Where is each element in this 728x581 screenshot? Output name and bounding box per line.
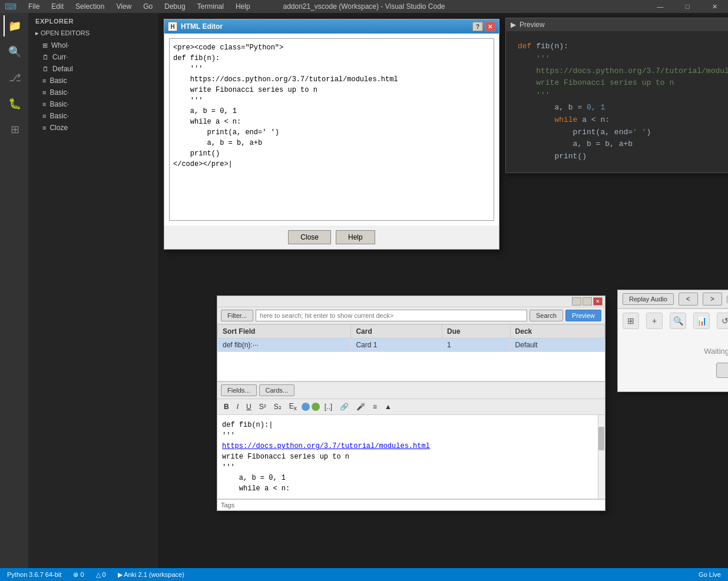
menu-bar: ⌨ File Edit Selection View Go Debug Term… [0, 0, 728, 13]
cards-button[interactable]: Cards... [259, 384, 295, 396]
code-line-12: </code></pre>| [173, 159, 490, 170]
collapse-btn[interactable]: ▲ [382, 401, 395, 412]
sidebar-item-basic2[interactable]: ≡ Basic· [28, 87, 158, 98]
preview-code: def fib(n): ''' https://docs.python.org/… [518, 41, 728, 163]
explorer-icon[interactable]: 📁 [4, 15, 25, 36]
resume-now-btn[interactable]: Resume Now [716, 363, 728, 378]
scrollbar-thumb[interactable] [598, 427, 604, 450]
italic-btn[interactable]: I [234, 401, 241, 412]
add-card-btn[interactable]: + [646, 313, 663, 329]
maximize-btn[interactable]: □ [674, 0, 701, 13]
preview-content: def fib(n): ''' https://docs.python.org/… [506, 31, 728, 172]
sidebar-label-cloze: Cloze [49, 124, 68, 132]
sidebar-icon-basic3: ≡ [42, 101, 46, 108]
close-btn[interactable]: ✕ [701, 0, 728, 13]
sidebar: EXPLORER ▸ OPEN EDITORS ⊞ Whol· 🗒 Curr· … [28, 13, 158, 568]
vertical-scrollbar[interactable] [598, 415, 605, 499]
html-editor-code-area[interactable]: <pre><code class="Python"> def fib(n): '… [169, 38, 494, 221]
code-line-6: ''' [173, 95, 490, 106]
anki-minimize-btn[interactable]: — [572, 297, 581, 306]
html-editor-titlebar[interactable]: H HTML Editor ? ✕ [164, 19, 499, 34]
fields-button[interactable]: Fields... [221, 384, 257, 396]
color-circle-green[interactable] [312, 403, 320, 411]
sidebar-item-basic3[interactable]: ≡ Basic· [28, 98, 158, 110]
filter-button[interactable]: Filter... [221, 310, 253, 321]
stats-btn[interactable]: 📊 [693, 313, 710, 329]
refresh-btn[interactable]: ↺ [717, 313, 728, 329]
code-line-11: print() [173, 148, 490, 159]
col-deck[interactable]: Deck [510, 325, 604, 338]
cell-deck: Default [510, 338, 604, 352]
col-due[interactable]: Due [442, 325, 510, 338]
html-editor-close-ctrl[interactable]: ✕ [485, 22, 495, 31]
menu-view[interactable]: View [114, 1, 134, 12]
anki-status[interactable]: ▶ Anki 2.1 (workspace) [115, 571, 187, 579]
sidebar-label-basic3: Basic· [49, 100, 69, 108]
grid-view-btn[interactable]: ⊞ [623, 313, 639, 329]
link-btn[interactable]: 🔗 [337, 401, 352, 412]
underline-btn[interactable]: U [243, 401, 254, 412]
preview-print2: print() [518, 152, 587, 161]
preview-func-name: fib [536, 42, 550, 51]
minimize-btn[interactable]: — [647, 0, 674, 13]
sidebar-item-default[interactable]: 🗒 Defaul [28, 63, 158, 75]
preview-while-cond: a < n: [582, 115, 610, 124]
tags-input[interactable] [238, 502, 601, 509]
format-btn[interactable]: ≡ [370, 401, 380, 412]
preview-title-area: ▶ Preview [511, 21, 545, 29]
git-icon[interactable]: ⎇ [4, 67, 25, 88]
html-editor-help-ctrl[interactable]: ? [472, 22, 483, 31]
anki-close-btn[interactable]: ✕ [593, 297, 603, 306]
menu-selection[interactable]: Selection [73, 1, 107, 12]
preview-button[interactable]: Preview [565, 310, 601, 321]
search-reviewer-btn[interactable]: 🔍 [670, 313, 686, 329]
bold-btn[interactable]: B [221, 401, 232, 412]
anki-maximize-btn[interactable]: □ [583, 297, 592, 306]
next-card-btn[interactable]: > [703, 293, 722, 306]
menu-file[interactable]: File [26, 1, 42, 12]
anki-browser-window: — □ ✕ Filter... Search Preview Sort Fiel… [217, 296, 605, 511]
errors-status[interactable]: ⊗ 0 [71, 571, 86, 579]
sidebar-item-curr[interactable]: 🗒 Curr· [28, 51, 158, 63]
menu-debug[interactable]: Debug [162, 1, 187, 12]
html-editor-close-btn[interactable]: Close [288, 230, 331, 244]
sidebar-title: EXPLORER [28, 13, 158, 27]
debug-icon[interactable]: 🐛 [4, 93, 25, 114]
preview-def-kw: def [518, 42, 536, 51]
search-activity-icon[interactable]: 🔍 [4, 41, 25, 62]
sidebar-label-basic4: Basic· [49, 112, 69, 120]
preview-titlebar[interactable]: ▶ Preview — □ ✕ [506, 18, 728, 31]
open-editors-section[interactable]: ▸ OPEN EDITORS [28, 27, 158, 39]
warnings-status[interactable]: △ 0 [94, 571, 108, 579]
code-line-3: ''' [173, 64, 490, 74]
card-table: Sort Field Card Due Deck def fib(n):··· … [217, 324, 605, 352]
menu-terminal[interactable]: Terminal [195, 1, 226, 12]
search-button[interactable]: Search [530, 310, 563, 321]
card-editor-area[interactable]: def fib(n):| ''' https://docs.python.org… [217, 415, 605, 499]
col-sort-field[interactable]: Sort Field [218, 325, 351, 338]
sidebar-item-cloze[interactable]: ≡ Cloze [28, 122, 158, 134]
go-live-status[interactable]: Go Live [696, 571, 723, 578]
prev-card-btn[interactable]: < [679, 293, 698, 306]
anki-browser-titlebar[interactable]: — □ ✕ [217, 296, 605, 307]
html-editor-help-btn[interactable]: Help [336, 230, 375, 244]
python-version-status[interactable]: Python 3.6.7 64-bit [5, 571, 64, 578]
search-input[interactable] [256, 310, 527, 321]
menu-go[interactable]: Go [141, 1, 155, 12]
col-card[interactable]: Card [351, 325, 442, 338]
html-editor-body: <pre><code class="Python"> def fib(n): '… [164, 34, 499, 225]
sidebar-item-basic4[interactable]: ≡ Basic· [28, 110, 158, 122]
sidebar-item-whole[interactable]: ⊞ Whol· [28, 39, 158, 51]
menu-help[interactable]: Help [233, 1, 253, 12]
menu-edit[interactable]: Edit [49, 1, 66, 12]
color-circle-blue[interactable] [302, 403, 310, 411]
extensions-icon[interactable]: ⊞ [4, 119, 25, 140]
superscript-btn[interactable]: S² [256, 401, 269, 412]
replay-audio-btn[interactable]: Replay Audio [623, 293, 674, 305]
table-row[interactable]: def fib(n):··· Card 1 1 Default [218, 338, 605, 352]
audio-btn[interactable]: 🎤 [353, 401, 368, 412]
eraser-btn[interactable]: Ex [286, 401, 300, 413]
subscript-btn[interactable]: S₂ [271, 401, 284, 412]
sidebar-item-basic1[interactable]: ≡ Basic [28, 75, 158, 87]
latex-btn[interactable]: [..] [322, 401, 335, 412]
